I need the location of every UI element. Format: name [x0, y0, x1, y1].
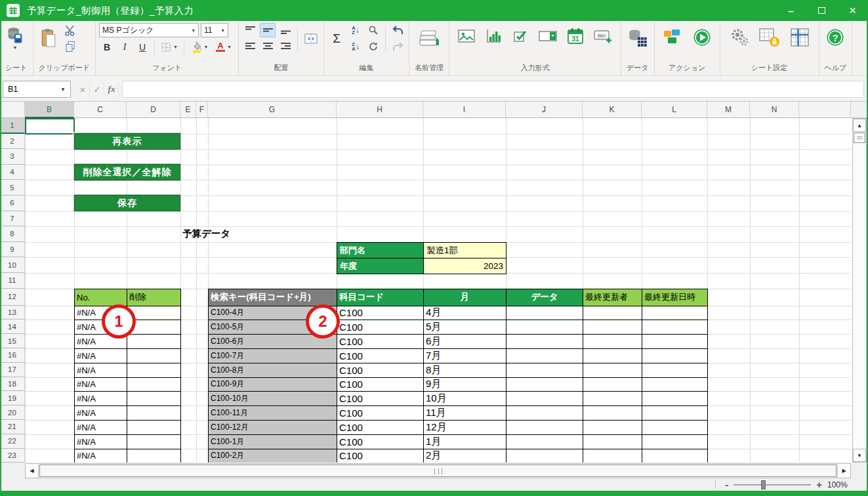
table-cell-no-row18[interactable]: #N/A — [74, 377, 127, 392]
action-blocks-button[interactable] — [661, 26, 684, 49]
table-cell-updated-row23[interactable] — [642, 449, 708, 463]
redo-button[interactable] — [390, 39, 405, 54]
table-header-data[interactable]: データ — [506, 289, 583, 306]
italic-button[interactable]: I — [117, 40, 133, 54]
column-header-D[interactable]: D — [127, 102, 180, 118]
row-header-7[interactable]: 7 — [0, 211, 25, 227]
sort-descending-button[interactable]: ZA↓ — [348, 39, 363, 54]
font-size-select[interactable]: 11 ▼ — [201, 23, 228, 37]
table-cell-updater-row17[interactable] — [583, 363, 642, 378]
table-cell-updater-row23[interactable] — [583, 449, 642, 463]
help-button[interactable]: ? — [823, 26, 847, 49]
font-color-button[interactable]: A ▼ — [213, 40, 235, 54]
table-cell-updated-row19[interactable] — [642, 391, 708, 406]
align-top-button[interactable] — [242, 23, 258, 37]
insert-checkbox-button[interactable] — [510, 27, 530, 45]
align-left-button[interactable] — [242, 39, 258, 54]
row-header-23[interactable]: 23 — [0, 449, 25, 463]
align-bottom-button[interactable] — [278, 23, 293, 37]
column-header-E[interactable]: E — [180, 102, 196, 118]
table-cell-no-row23[interactable]: #N/A — [74, 449, 127, 463]
table-cell-delete-row21[interactable] — [127, 420, 181, 435]
table-header-updater[interactable]: 最終更新者 — [583, 289, 642, 306]
table-header-no[interactable]: No. — [74, 289, 127, 306]
table-cell-data-row13[interactable] — [506, 306, 583, 321]
column-header-F[interactable]: F — [196, 102, 208, 118]
row-header-14[interactable]: 14 — [0, 320, 25, 334]
table-cell-month-row14[interactable]: 5月 — [423, 320, 506, 335]
table-cell-data-row21[interactable] — [506, 420, 583, 435]
table-cell-key-row18[interactable]: C100-9月 — [208, 377, 337, 392]
freeze-panes-button[interactable] — [788, 26, 812, 49]
table-header-updated[interactable]: 最終更新日時 — [642, 289, 708, 306]
table-cell-delete-row22[interactable] — [127, 434, 181, 449]
table-cell-data-row17[interactable] — [506, 363, 583, 378]
table-cell-updated-row17[interactable] — [642, 363, 708, 378]
scroll-left-button[interactable]: ◀ — [26, 464, 39, 478]
table-cell-code-row20[interactable]: C100 — [337, 405, 424, 421]
fiscal-year-value-cell[interactable]: 2023 — [423, 258, 506, 274]
column-header-K[interactable]: K — [583, 102, 642, 118]
scroll-down-button[interactable]: ▼ — [853, 449, 866, 462]
table-cell-no-row21[interactable]: #N/A — [74, 420, 127, 435]
table-cell-key-row16[interactable]: C100-7月 — [208, 348, 337, 363]
table-cell-delete-row15[interactable] — [127, 334, 181, 349]
zoom-slider[interactable] — [734, 480, 811, 489]
table-cell-code-row22[interactable]: C100 — [337, 434, 424, 449]
horizontal-scrollbar-thumb[interactable] — [39, 465, 837, 477]
delete-select-all-button[interactable]: 削除全選択／全解除 — [74, 164, 180, 180]
data-source-button[interactable] — [626, 23, 650, 53]
table-cell-code-row23[interactable]: C100 — [337, 449, 424, 463]
row-header-1[interactable]: 1 — [0, 118, 25, 134]
row-header-8[interactable]: 8 — [0, 226, 25, 242]
row-header-19[interactable]: 19 — [0, 391, 25, 405]
table-cell-data-row16[interactable] — [506, 348, 583, 363]
table-cell-data-row22[interactable] — [506, 434, 583, 449]
table-cell-key-row20[interactable]: C100-11月 — [208, 405, 337, 421]
align-middle-button[interactable] — [260, 23, 276, 37]
insert-combobox-button[interactable] — [537, 27, 558, 45]
table-cell-delete-row16[interactable] — [127, 348, 181, 363]
close-button[interactable]: × — [837, 0, 868, 21]
insert-date-button[interactable]: 31 — [566, 27, 585, 45]
table-cell-code-row14[interactable]: C100 — [337, 320, 424, 335]
table-cell-data-row19[interactable] — [506, 391, 583, 406]
vertical-scrollbar[interactable]: ▲ ▼ — [852, 118, 867, 463]
run-button[interactable] — [690, 26, 714, 49]
table-cell-updater-row16[interactable] — [583, 348, 642, 363]
table-header-key[interactable]: 検索キー(科目コード+月) — [208, 289, 337, 306]
table-cell-key-row19[interactable]: C100-10月 — [208, 391, 337, 406]
column-header-H[interactable]: H — [337, 102, 423, 118]
table-cell-no-row17[interactable]: #N/A — [74, 363, 127, 378]
table-cell-month-row19[interactable]: 10月 — [423, 391, 506, 406]
row-header-17[interactable]: 17 — [0, 363, 25, 377]
table-cell-month-row16[interactable]: 7月 — [423, 348, 506, 363]
column-header-C[interactable]: C — [74, 102, 127, 118]
insert-button-control-button[interactable]: Btn — [592, 27, 613, 45]
sort-ascending-button[interactable]: AZ↓ — [348, 23, 363, 37]
table-cell-updater-row13[interactable] — [583, 306, 642, 321]
table-cell-key-row23[interactable]: C100-2月 — [208, 449, 337, 463]
table-cell-data-row14[interactable] — [506, 320, 583, 335]
zoom-in-button[interactable]: + — [816, 480, 822, 489]
sheet-menu-button[interactable]: ▼ — [3, 23, 27, 53]
table-cell-data-row20[interactable] — [506, 405, 583, 421]
table-header-delete[interactable]: 削除 — [127, 289, 181, 306]
bold-button[interactable]: B — [99, 40, 115, 54]
table-cell-code-row17[interactable]: C100 — [337, 363, 424, 378]
row-header-3[interactable]: 3 — [0, 149, 25, 165]
scroll-up-button[interactable]: ▲ — [853, 119, 866, 132]
table-cell-delete-row23[interactable] — [127, 449, 181, 463]
table-cell-updated-row14[interactable] — [642, 320, 708, 335]
save-button[interactable]: 保存 — [74, 195, 180, 211]
merge-cells-button[interactable] — [302, 26, 320, 52]
font-name-select[interactable]: MS Pゴシック ▼ — [99, 23, 199, 37]
copy-button[interactable] — [62, 39, 78, 54]
row-header-16[interactable]: 16 — [0, 348, 25, 363]
table-cell-updated-row21[interactable] — [642, 420, 708, 435]
table-cell-no-row19[interactable]: #N/A — [74, 391, 127, 406]
zoom-out-button[interactable]: - — [725, 480, 728, 489]
table-cell-updater-row14[interactable] — [583, 320, 642, 335]
zoom-slider-thumb[interactable] — [761, 480, 766, 489]
cut-button[interactable] — [62, 23, 78, 37]
